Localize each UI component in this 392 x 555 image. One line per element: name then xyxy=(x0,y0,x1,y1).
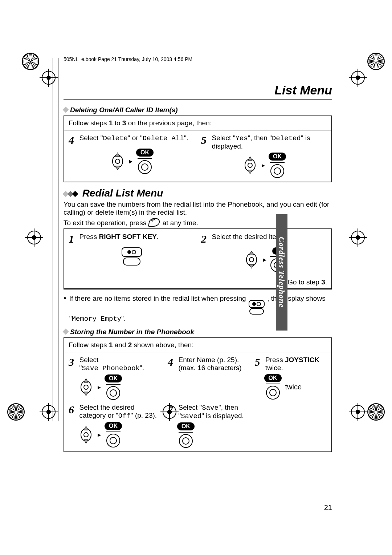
joystick-updown-icon xyxy=(244,250,260,270)
heading-store: Storing the Number in the Phonebook xyxy=(64,328,332,336)
crop-mark xyxy=(351,405,365,419)
ok-button-icon: OK xyxy=(105,374,122,400)
box-redial-footer: Go to step 3. xyxy=(64,276,331,289)
redial-intro-1: You can save the numbers from the redial… xyxy=(64,200,332,216)
ok-button-icon: OK xyxy=(105,422,122,447)
box-store: Follow steps 1 and 2 shown above, then: … xyxy=(64,337,332,452)
step-2: 2 Select the desired item. ▸ ≡ xyxy=(201,233,327,272)
arrow-right-icon: ▸ xyxy=(129,157,132,165)
arrow-right-icon: ▸ xyxy=(98,383,101,391)
twice-label: twice xyxy=(285,383,302,391)
print-mark xyxy=(367,403,385,421)
step-5b: 5 Press JOYSTICK twice. OK twice xyxy=(255,356,327,400)
step-6: 6 Select the desired category or "Off" (… xyxy=(69,404,161,448)
ok-button-icon: OK xyxy=(264,374,282,400)
step-1: 1 Press RIGHT SOFT KEY. xyxy=(69,233,195,272)
step-4: 4 Select "Delete" or "Delete All". ▸ OK xyxy=(69,134,195,178)
joystick-updown-icon xyxy=(110,151,126,171)
step-3: 3 Select "Save Phonebook". ▸ OK xyxy=(69,356,161,400)
svg-point-1 xyxy=(115,159,120,163)
ok-button-icon: OK xyxy=(177,422,195,448)
crop-mark xyxy=(27,231,41,244)
diamond-icon xyxy=(63,329,69,335)
heading-delete: Deleting One/All Caller ID Item(s) xyxy=(64,106,332,114)
page-number: 21 xyxy=(324,503,332,512)
side-tab: Cordless Telephone xyxy=(276,214,287,331)
ok-button-icon: OK xyxy=(136,149,154,174)
arrow-right-icon: ▸ xyxy=(263,256,266,264)
box-delete-header: Follow steps 1 to 3 on the previous page… xyxy=(64,116,331,130)
diamond-icon xyxy=(63,107,69,113)
svg-point-9 xyxy=(84,433,88,437)
exit-key-icon xyxy=(148,218,160,227)
step-5: 5 Select "Yes", then "Deleted" is displa… xyxy=(201,134,327,178)
print-mark xyxy=(22,53,39,70)
print-mark xyxy=(367,53,385,70)
page-title: List Menu xyxy=(64,83,332,97)
page-title-bar: List Menu xyxy=(64,83,332,100)
step-4b: 4 Enter Name (p. 25). (max. 16 character… xyxy=(168,356,248,400)
redial-note: • If there are no items stored in the re… xyxy=(64,295,332,323)
page: 505NL_e.book Page 21 Thursday, July 10, … xyxy=(64,56,332,457)
joystick-updown-icon xyxy=(78,377,94,397)
right-soft-key-icon xyxy=(122,247,142,266)
joystick-updown-icon xyxy=(78,425,94,445)
box-redial: 1 Press RIGHT SOFT KEY. 2 Select the des… xyxy=(64,228,332,289)
right-soft-key-icon xyxy=(249,300,265,315)
arrow-right-icon: ▸ xyxy=(262,161,265,169)
joystick-updown-icon xyxy=(242,155,258,175)
box-delete: Follow steps 1 to 3 on the previous page… xyxy=(64,116,332,182)
heading-redial: Redial List Menu xyxy=(64,187,332,199)
arrow-right-icon: ▸ xyxy=(98,431,101,439)
step-7: 7 Select "Save", then "Saved" is display… xyxy=(168,404,248,448)
svg-point-7 xyxy=(84,385,88,389)
svg-point-5 xyxy=(249,258,254,262)
crop-line xyxy=(53,58,58,421)
crop-mark xyxy=(351,231,365,244)
print-mark xyxy=(7,403,25,421)
running-head: 505NL_e.book Page 21 Thursday, July 10, … xyxy=(64,56,332,63)
ok-button-icon: OK xyxy=(269,153,286,178)
box-store-header: Follow steps 1 and 2 shown above, then: xyxy=(64,338,331,352)
crop-mark xyxy=(351,71,365,85)
svg-point-3 xyxy=(248,163,252,167)
redial-intro-2: To exit the operation, press at any time… xyxy=(64,218,332,227)
diamond-icon xyxy=(72,191,78,197)
